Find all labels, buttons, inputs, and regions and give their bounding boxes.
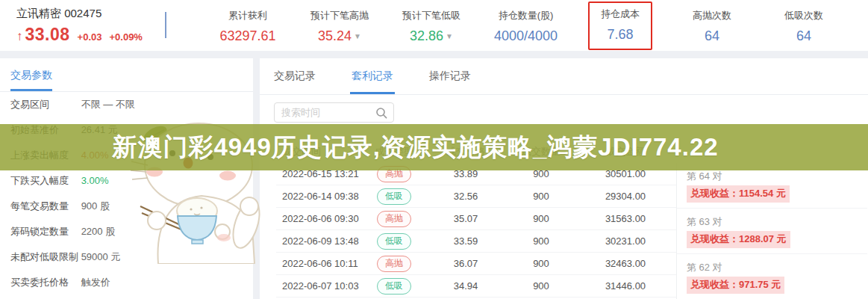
pair-item: 第 62 对 兑现收益：971.75 元 [677, 254, 867, 299]
table-row: 2022-06-06 10:11 高抛 36.07 900 32463.00 [276, 253, 676, 275]
param-row-order-price: 买卖委托价格 触发价 [0, 270, 253, 295]
stat-sell-count: 高抛次数 64 [680, 4, 744, 47]
tab-trade-params[interactable]: 交易参数 [10, 69, 52, 91]
overlay-ad-text[interactable]: 新澳门彩4949历史记录,资源实施策略_鸿蒙JDI774.22 [112, 131, 718, 164]
stat-label: 低吸次数 [775, 9, 833, 22]
stat-next-buy: 预计下笔低吸 32.86▼ [399, 4, 463, 47]
price-up-arrow-icon: ↑ [16, 29, 23, 44]
stock-name: 立讯精密 002475 [16, 7, 143, 21]
stat-position-qty: 持仓数量(股) 4000/4000 [491, 4, 561, 47]
tab-arbitrage-records[interactable]: 套利记录 [350, 70, 395, 94]
stat-value: 64 [775, 28, 833, 44]
stat-value: 7.68 [597, 27, 643, 43]
table-row: 2022-06-07 10:03 低吸 34.94 900 31446.00 [276, 275, 676, 298]
stat-buy-count: 低吸次数 64 [772, 4, 836, 47]
header-stats: 累计获利 63297.61 预计下笔高抛 35.24▼ 预计下笔低吸 32.86… [188, 0, 864, 51]
stat-value: 35.24▼ [310, 28, 369, 44]
search-time-input[interactable] [275, 103, 369, 122]
pair-profit: 兑现收益：1154.54 元 [687, 185, 790, 203]
tab-trade-records[interactable]: 交易记录 [272, 70, 317, 94]
stat-total-profit: 累计获利 63297.61 [216, 4, 280, 47]
header-divider [165, 12, 166, 38]
stock-price: 33.08 [25, 25, 70, 45]
pair-number: 第 62 对 [687, 261, 867, 274]
price-change: +0.03 [78, 31, 102, 43]
record-tabs: 交易记录 套利记录 操作记录 [260, 58, 868, 95]
pair-profit: 兑现收益：1288.07 元 [687, 231, 790, 248]
caret-down-icon[interactable]: ▼ [354, 32, 361, 40]
stat-label: 高抛次数 [683, 9, 741, 22]
type-badge: 高抛 [377, 211, 411, 227]
tab-operation-records[interactable]: 操作记录 [428, 70, 472, 94]
pair-profit: 兑现收益：971.75 元 [687, 277, 784, 294]
stat-value: 64 [683, 28, 741, 44]
stat-position-cost-highlighted: 持仓成本 7.68 [588, 1, 652, 50]
stat-label: 累计获利 [219, 9, 277, 22]
type-badge: 低吸 [377, 188, 411, 205]
pair-summary-column: 第 64 对 兑现收益：1154.54 元 第 63 对 兑现收益：1288.0… [676, 163, 867, 299]
records-panel: 交易记录 套利记录 操作记录 成交时间 成交类型 成交价格 成交数量 成交金额 … [260, 58, 868, 299]
type-badge: 高抛 [377, 256, 411, 272]
stat-value: 32.86▼ [402, 28, 460, 44]
type-badge: 低吸 [377, 233, 411, 250]
stat-label: 持仓数量(股) [494, 9, 558, 22]
type-badge: 低吸 [377, 278, 411, 295]
caret-down-icon[interactable]: ▼ [446, 32, 453, 40]
pair-item: 第 63 对 兑现收益：1288.07 元 [677, 209, 867, 254]
stat-label: 持仓成本 [597, 7, 643, 21]
stat-value: 63297.61 [219, 28, 277, 44]
stat-label: 预计下笔高抛 [310, 9, 369, 22]
table-row: 2022-06-09 13:48 低吸 33.59 900 30231.00 [276, 230, 676, 253]
table-row: 2022-06-14 09:38 低吸 32.56 900 29304.00 [276, 185, 676, 208]
stat-label: 预计下笔低吸 [402, 9, 460, 22]
pair-number: 第 64 对 [687, 170, 867, 183]
param-row-trade-range: 交易区间 不限 — 不限 [0, 92, 253, 117]
overlay-ad-banner[interactable]: 新澳门彩4949历史记录,资源实施策略_鸿蒙JDI774.22 [0, 124, 868, 170]
search-icon[interactable] [375, 107, 387, 119]
price-change-pct: +0.09% [109, 31, 142, 43]
table-row: 2022-06-06 09:30 高抛 35.07 900 31563.00 [276, 208, 676, 230]
stock-summary: 立讯精密 002475 ↑ 33.08 +0.03 +0.09% [16, 7, 143, 45]
search-time-box [274, 102, 394, 123]
stat-value: 4000/4000 [494, 28, 558, 44]
stat-next-sell: 预计下笔高抛 35.24▼ [307, 4, 372, 47]
pair-number: 第 63 对 [687, 215, 867, 229]
top-header: 立讯精密 002475 ↑ 33.08 +0.03 +0.09% 累计获利 63… [0, 0, 868, 51]
